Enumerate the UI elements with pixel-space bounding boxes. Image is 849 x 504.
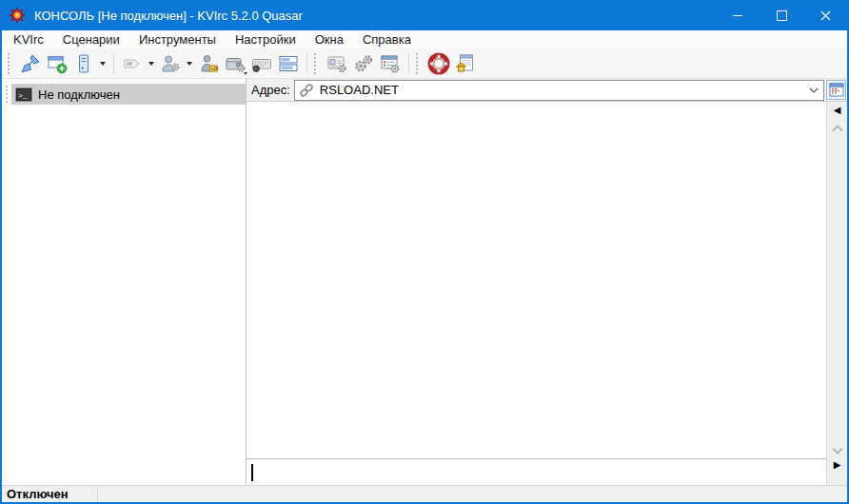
address-combobox[interactable]: RSLOAD.NET: [294, 80, 824, 101]
window-list-panel: >_ Не подключен: [2, 79, 247, 485]
server-icon: [73, 53, 94, 74]
join-channel-button[interactable]: [119, 50, 146, 77]
minimize-icon: [733, 15, 742, 16]
window-list-body: >_ Не подключен: [11, 84, 246, 485]
connect-button[interactable]: [17, 50, 44, 77]
grip-dots-icon: [6, 86, 8, 103]
address-bar: Адрес: RSLOAD.NET: [247, 79, 847, 102]
connection-status: Отключен: [2, 486, 98, 502]
servers-button[interactable]: [70, 50, 97, 77]
maximize-icon: [777, 10, 787, 21]
chevron-down-icon: [187, 62, 192, 66]
lifebuoy-icon: [427, 52, 450, 75]
collapse-right-icon[interactable]: ▶: [834, 460, 841, 470]
menu-scripts[interactable]: Сценарии: [53, 30, 129, 48]
identity-wallet-button[interactable]: [222, 50, 248, 77]
window-gear-icon: [380, 53, 401, 74]
window-list-item-label: Не подключен: [38, 87, 120, 102]
user-away-badge-icon: +24: [198, 53, 219, 74]
menu-tools[interactable]: Инструменты: [129, 30, 226, 48]
input-style-button[interactable]: [275, 50, 302, 77]
address-dropdown[interactable]: [806, 87, 821, 93]
home-document-icon: [455, 53, 476, 74]
address-value: RSLOAD.NET: [320, 83, 800, 97]
toolbar-separator: [113, 53, 114, 74]
chevron-down-icon: [809, 87, 819, 93]
menu-windows[interactable]: Окна: [306, 30, 353, 48]
menu-help[interactable]: Справка: [353, 30, 421, 48]
menu-bar: KVIrc Сценарии Инструменты Настройки Окн…: [2, 30, 847, 48]
address-label: Адрес:: [251, 83, 290, 97]
window-list-grip[interactable]: [2, 84, 11, 485]
console-column: [247, 102, 826, 485]
svg-text:>_: >_: [18, 90, 28, 99]
gears-icon: [353, 53, 374, 74]
window-title: КОНСОЛЬ [Не подключен] - KVIrc 5.2.0 Qua…: [34, 9, 716, 23]
user-options-button[interactable]: [157, 50, 184, 77]
window-plus-icon: [47, 53, 68, 74]
kvirc-window: КОНСОЛЬ [Не подключен] - KVIrc 5.2.0 Qua…: [0, 0, 849, 504]
minimize-button[interactable]: [716, 0, 760, 30]
keyboard-icon: [251, 53, 272, 74]
close-icon: [820, 10, 831, 21]
id-card-gear-icon: [326, 53, 347, 74]
maximize-button[interactable]: [760, 0, 803, 30]
scroll-up-button[interactable]: [832, 125, 843, 132]
window-list-item-console[interactable]: >_ Не подключен: [11, 84, 246, 105]
main-area: >_ Не подключен Адрес: RSLO: [2, 79, 847, 485]
options-button[interactable]: [350, 50, 377, 77]
chevron-up-icon: [832, 125, 843, 132]
toolbar-grip[interactable]: [8, 53, 13, 74]
right-gutter: ◀ ▶: [826, 102, 847, 485]
user-options-dropdown[interactable]: [184, 50, 195, 77]
status-bar: Отключен: [2, 485, 847, 502]
menu-kvirc[interactable]: KVIrc: [4, 30, 53, 48]
message-input[interactable]: [247, 458, 826, 485]
identity-button[interactable]: [324, 50, 350, 77]
plug-connect-icon: [20, 53, 41, 74]
titlebar: КОНСОЛЬ [Не подключен] - KVIrc 5.2.0 Qua…: [2, 0, 847, 30]
chevron-down-icon: [100, 62, 106, 66]
wallet-dropdown-icon: [244, 72, 247, 75]
close-button[interactable]: [803, 0, 847, 30]
chevron-down-icon: [832, 447, 843, 455]
chain-link-icon: [299, 83, 314, 98]
toolbar-grip[interactable]: [314, 53, 320, 74]
new-console-button[interactable]: [44, 50, 70, 77]
toolbar-grip[interactable]: [416, 53, 422, 74]
console-output: [247, 102, 826, 458]
console-terminal-icon: >_: [15, 87, 32, 102]
console-wrap: ◀ ▶: [247, 102, 847, 485]
toolbar-separator: [408, 53, 409, 74]
theme-options-button[interactable]: [377, 50, 404, 77]
kvirc-flower-icon[interactable]: [9, 7, 26, 24]
channel-hash-icon: [122, 53, 143, 74]
join-channel-dropdown[interactable]: [146, 50, 157, 77]
homepage-button[interactable]: [452, 50, 479, 77]
toolbar-separator: [306, 53, 307, 74]
console-pane: Адрес: RSLOAD.NET: [247, 79, 847, 485]
toolbar: +24: [2, 48, 847, 79]
window-list-toggle-button[interactable]: [826, 80, 846, 100]
svg-text:+24: +24: [211, 66, 219, 70]
away-button[interactable]: +24: [195, 50, 222, 77]
scroll-down-button[interactable]: [832, 447, 843, 455]
servers-dropdown[interactable]: [97, 50, 109, 77]
user-wrench-icon: [160, 53, 181, 74]
chevron-down-icon: [148, 62, 154, 66]
window-list-icon: [829, 83, 844, 97]
text-caret: [251, 464, 253, 481]
wallet-gear-icon: [225, 53, 246, 74]
keyboard-button[interactable]: [248, 50, 275, 77]
help-button[interactable]: [425, 50, 452, 77]
text-fields-icon: [278, 53, 299, 74]
collapse-left-icon[interactable]: ◀: [834, 106, 841, 115]
menu-settings[interactable]: Настройки: [226, 30, 306, 48]
